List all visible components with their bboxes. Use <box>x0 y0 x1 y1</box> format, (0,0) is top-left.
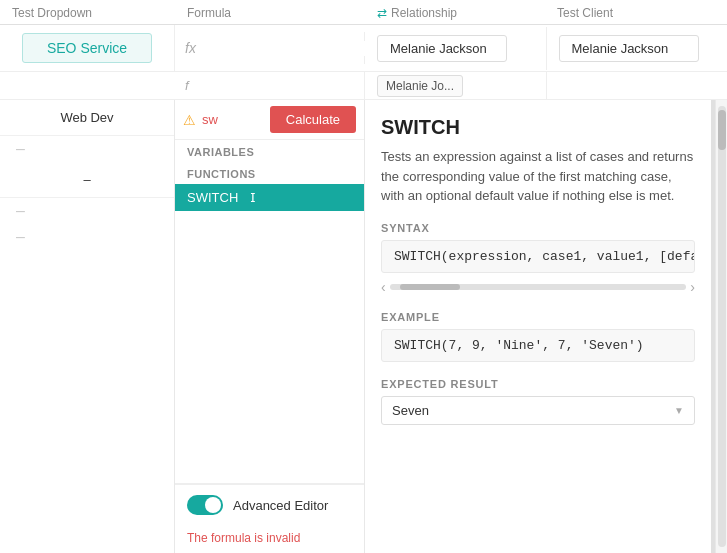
partial-test-client <box>547 80 728 92</box>
scroll-track[interactable] <box>390 284 687 290</box>
partial-row: f Melanie Jo... <box>0 72 727 100</box>
scroll-left-arrow[interactable]: ‹ <box>381 279 386 295</box>
autocomplete-list: VARIABLES FUNCTIONS SWITCH 𝖨 <box>175 140 364 483</box>
warning-icon: ⚠ <box>183 112 196 128</box>
header-row: Test Dropdown Formula ⇄Relationship Test… <box>0 0 727 25</box>
cursor-indicator: 𝖨 <box>250 190 256 205</box>
formula-input-area[interactable]: fx <box>175 32 365 64</box>
advanced-editor-section: Advanced Editor The formula is invalid <box>175 483 364 553</box>
scroll-right-arrow[interactable]: › <box>690 279 695 295</box>
header-col-dropdown: Test Dropdown <box>0 6 175 20</box>
test-client-dropdown[interactable]: Melanie Jackson <box>559 35 699 62</box>
docs-title: SWITCH <box>381 116 695 139</box>
partial-relationship: Melanie Jo... <box>365 72 547 99</box>
scrollbar-track[interactable] <box>718 106 726 547</box>
expected-result-label: EXPECTED RESULT <box>381 378 695 390</box>
header-col-test-client: Test Client <box>545 6 727 20</box>
example-code-block: SWITCH(7, 9, 'Nine', 7, 'Seven') <box>381 329 695 362</box>
syntax-scrollbar[interactable]: ‹ › <box>381 279 695 295</box>
header-col-relationship: ⇄Relationship <box>365 6 545 20</box>
autocomplete-search-row: ⚠ Calculate <box>175 100 364 140</box>
relationship-area: Melanie Jackson <box>365 27 547 70</box>
syntax-label: SYNTAX <box>381 222 695 234</box>
example-label: EXAMPLE <box>381 311 695 323</box>
toggle-knob <box>205 497 221 513</box>
sidebar-divider-3: – <box>0 224 174 250</box>
switch-item[interactable]: SWITCH 𝖨 <box>175 184 364 211</box>
calculate-button[interactable]: Calculate <box>270 106 356 133</box>
formula-text-input[interactable] <box>202 41 370 56</box>
test-client-area: Melanie Jackson <box>547 27 728 70</box>
advanced-editor-toggle[interactable] <box>187 495 223 515</box>
functions-section-header[interactable]: FUNCTIONS <box>175 162 364 184</box>
advanced-editor-row: Advanced Editor <box>175 484 364 525</box>
scroll-thumb <box>400 284 460 290</box>
autocomplete-panel: ⚠ Calculate VARIABLES FUNCTIONS SWITCH 𝖨 <box>175 100 365 553</box>
partial-formula: f <box>175 72 365 99</box>
sidebar-item-design[interactable]: – <box>0 162 174 198</box>
advanced-editor-label: Advanced Editor <box>233 498 328 513</box>
sidebar: Web Dev – – – – <box>0 100 175 553</box>
docs-panel: SWITCH Tests an expression against a lis… <box>365 100 715 553</box>
scrollbar-thumb <box>718 110 726 150</box>
sidebar-divider-2: – <box>0 198 174 224</box>
variables-section-header[interactable]: VARIABLES <box>175 140 364 162</box>
sidebar-item-web-dev[interactable]: Web Dev <box>0 100 174 136</box>
right-scrollbar[interactable] <box>715 100 727 553</box>
header-col-formula: Formula <box>175 6 365 20</box>
expected-result-area: Seven ▼ <box>381 396 695 425</box>
sidebar-selected-item[interactable]: SEO Service <box>0 25 175 71</box>
error-message: The formula is invalid <box>175 525 364 553</box>
docs-description: Tests an expression against a list of ca… <box>381 147 695 206</box>
docs-area: SWITCH Tests an expression against a lis… <box>365 100 727 553</box>
main-content: Web Dev – – – – ⚠ Calculate VARIABLES FU <box>0 100 727 553</box>
expected-result-dropdown[interactable]: Seven ▼ <box>381 396 695 425</box>
chevron-down-icon: ▼ <box>674 405 684 416</box>
autocomplete-search-input[interactable] <box>202 112 264 127</box>
relationship-dropdown[interactable]: Melanie Jackson <box>377 35 507 62</box>
content-input-row: SEO Service fx Melanie Jackson Melanie J… <box>0 25 727 72</box>
sidebar-divider-1: – <box>0 136 174 162</box>
syntax-code-block: SWITCH(expression, case1, value1, [defa <box>381 240 695 273</box>
